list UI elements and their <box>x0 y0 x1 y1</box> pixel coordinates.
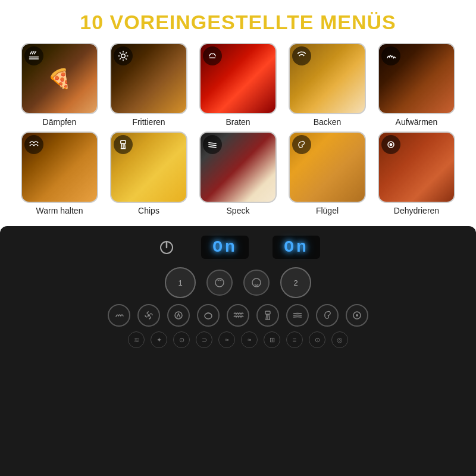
menu-item-flugel[interactable]: Flügel <box>286 131 369 215</box>
badge-speck <box>203 135 222 154</box>
small-icon-9[interactable]: ⊙ <box>309 331 325 348</box>
panel-icons-row <box>12 304 464 327</box>
menu-image-dampfen: 🍕 <box>21 43 98 114</box>
small-icon-1[interactable]: ≋ <box>128 331 145 348</box>
svg-line-7 <box>120 58 121 60</box>
menu-label-aufwarmen: Aufwärmen <box>396 117 438 127</box>
svg-line-30 <box>269 314 270 320</box>
panel-small-row: ≋ ✦ ⊙ ⊃ ≈ ≈ ⊞ ≡ ⊙ ◎ <box>12 331 464 348</box>
control-panel: On On 1 2 <box>0 226 476 476</box>
icon-dehy-btn[interactable] <box>346 304 368 327</box>
menu-item-dehydrieren[interactable]: Dehydrieren <box>375 131 458 215</box>
display-left-text: On <box>212 238 237 256</box>
svg-line-8 <box>126 52 127 54</box>
display-right-text: On <box>284 238 309 256</box>
svg-line-17 <box>208 146 216 148</box>
menu-item-frittieren[interactable]: Frittieren <box>107 43 190 127</box>
svg-line-28 <box>266 314 267 320</box>
svg-rect-27 <box>265 311 270 314</box>
badge-warmhalten <box>24 135 43 154</box>
menu-item-speck[interactable]: Speck <box>196 131 280 215</box>
badge-dampfen <box>24 46 43 65</box>
svg-line-13 <box>125 143 126 148</box>
icon-fries-btn[interactable] <box>256 304 279 327</box>
svg-rect-10 <box>121 140 126 143</box>
menu-label-dampfen: Dämpfen <box>43 117 77 127</box>
display-left: On <box>201 236 249 259</box>
menu-image-flugel <box>289 131 366 203</box>
badge-backen <box>292 46 311 65</box>
menu-label-dehydrieren: Dehydrieren <box>394 206 439 215</box>
menu-item-dampfen[interactable]: 🍕 Dämpfen <box>18 43 101 127</box>
icon-fan-btn[interactable] <box>137 304 160 327</box>
menu-label-frittieren: Frittieren <box>132 117 165 127</box>
menu-item-braten[interactable]: Braten <box>196 43 280 127</box>
menu-image-frittieren <box>110 43 187 114</box>
small-icon-2[interactable]: ✦ <box>151 331 167 348</box>
menu-label-chips: Chips <box>138 206 159 215</box>
icon-meat-btn[interactable] <box>167 304 190 327</box>
icon-wing-btn[interactable] <box>316 304 339 327</box>
zone2-button[interactable]: 2 <box>280 267 311 298</box>
svg-line-16 <box>208 145 216 146</box>
small-icon-4[interactable]: ⊃ <box>196 331 212 348</box>
power-button[interactable] <box>156 237 177 258</box>
icon-bacon-btn[interactable] <box>286 304 309 327</box>
panel-top-row: On On <box>12 236 464 259</box>
menu-image-braten <box>199 43 277 114</box>
small-icon-5[interactable]: ≈ <box>218 331 235 348</box>
icon-wave-btn[interactable] <box>227 304 249 327</box>
menu-label-braten: Braten <box>226 117 250 127</box>
svg-line-5 <box>120 52 121 54</box>
svg-point-19 <box>390 143 392 145</box>
icon-bread-btn[interactable] <box>197 304 220 327</box>
page-title: 10 VOREINGESTELLTE MENÜS <box>80 0 396 40</box>
panel-mid-row: 1 2 <box>12 267 464 298</box>
sync-button[interactable] <box>206 270 233 296</box>
menu-label-backen: Backen <box>314 117 342 127</box>
badge-dehydrieren <box>381 135 400 154</box>
menu-item-backen[interactable]: Backen <box>286 43 369 127</box>
menu-label-speck: Speck <box>227 206 250 215</box>
menu-item-aufwarmen[interactable]: Aufwärmen <box>375 43 458 127</box>
menu-item-warmhalten[interactable]: Warm halten <box>18 131 101 215</box>
svg-point-33 <box>356 314 358 317</box>
small-icon-3[interactable]: ⊙ <box>173 331 190 348</box>
svg-point-0 <box>121 54 126 58</box>
menu-image-chips <box>110 131 187 203</box>
badge-chips <box>114 135 133 154</box>
svg-line-11 <box>121 143 122 148</box>
small-icon-7[interactable]: ⊞ <box>264 331 280 348</box>
svg-line-15 <box>208 143 216 144</box>
badge-frittieren <box>114 46 133 65</box>
display-right: On <box>273 236 320 259</box>
icon-steam-btn[interactable] <box>108 304 130 327</box>
menu-image-speck <box>199 131 277 203</box>
menu-image-aufwarmen <box>378 43 455 114</box>
menu-image-dehydrieren <box>378 131 455 203</box>
badge-flugel <box>292 135 311 154</box>
svg-line-6 <box>126 58 127 60</box>
small-icon-6[interactable]: ≈ <box>241 331 258 348</box>
menu-label-flugel: Flügel <box>316 206 339 215</box>
small-icon-8[interactable]: ≡ <box>286 331 303 348</box>
badge-braten <box>203 46 222 65</box>
menu-grid: 🍕 Dämpfen Frittieren Braten <box>6 40 470 223</box>
menu-item-chips[interactable]: Chips <box>107 131 190 215</box>
sync2-button[interactable] <box>243 270 270 296</box>
menu-image-backen <box>289 43 366 114</box>
main-container: 10 VOREINGESTELLTE MENÜS 🍕 Dämpfen Fritt… <box>0 0 476 476</box>
zone1-button[interactable]: 1 <box>165 267 196 298</box>
badge-aufwarmen <box>381 46 400 65</box>
menu-image-warmhalten <box>21 131 98 203</box>
small-icon-10[interactable]: ◎ <box>331 331 348 348</box>
menu-label-warmhalten: Warm halten <box>36 206 83 215</box>
svg-point-24 <box>148 314 150 317</box>
